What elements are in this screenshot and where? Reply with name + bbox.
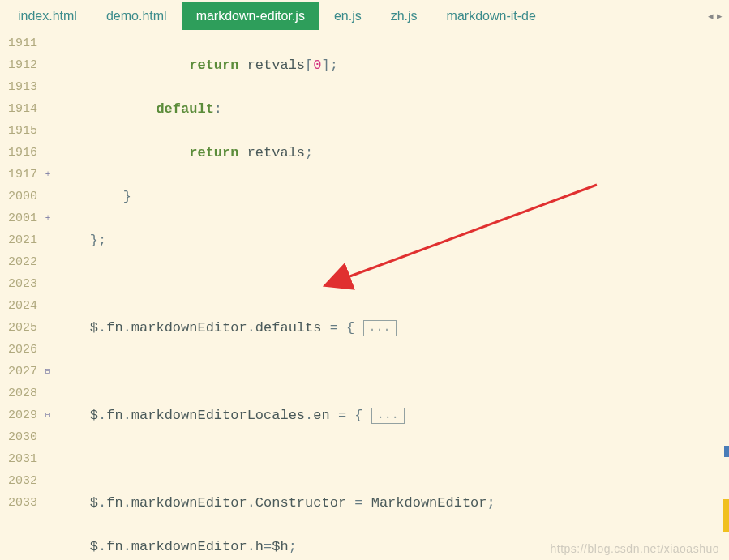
tab-demo-html[interactable]: demo.html: [92, 2, 182, 30]
code-line: default:: [57, 98, 729, 120]
line-number: 1914: [0, 98, 37, 120]
fold-marker[interactable]: [42, 470, 54, 492]
tab-en-js[interactable]: en.js: [319, 2, 376, 30]
fold-marker[interactable]: [42, 273, 54, 295]
fold-column: + + ⊟ ⊟: [42, 32, 54, 560]
fold-marker[interactable]: +: [42, 207, 54, 229]
fold-marker[interactable]: [42, 76, 54, 98]
code-line: };: [57, 229, 729, 251]
tab-markdown-it-de[interactable]: markdown-it-de: [432, 2, 551, 30]
scrollbar-marker: [724, 446, 729, 457]
fold-marker[interactable]: +: [42, 164, 54, 186]
fold-marker[interactable]: [42, 317, 54, 339]
line-number: 2033: [0, 492, 37, 514]
tab-zh-js[interactable]: zh.js: [376, 2, 432, 30]
line-number: 1912: [0, 54, 37, 76]
fold-ellipsis[interactable]: ...: [363, 320, 397, 336]
fold-marker[interactable]: [42, 492, 54, 514]
fold-marker[interactable]: [42, 339, 54, 361]
code-line: $.fn.markdownEditor.defaults = { ...: [57, 317, 729, 339]
fold-marker[interactable]: [42, 448, 54, 470]
code-line: $.fn.markdownEditor.Constructor = Markdo…: [57, 492, 729, 514]
code-content[interactable]: return retvals[0]; default: return retva…: [54, 32, 729, 560]
fold-marker[interactable]: [42, 32, 54, 54]
line-number: 2026: [0, 339, 37, 361]
fold-marker[interactable]: [42, 426, 54, 448]
code-line: [57, 273, 729, 295]
code-line: return retvals[0];: [57, 54, 729, 76]
line-number: 2030: [0, 426, 37, 448]
code-line: }: [57, 186, 729, 207]
code-line: $.fn.markdownEditorLocales.en = { ...: [57, 404, 729, 426]
tab-index-html[interactable]: index.html: [3, 2, 92, 30]
line-number: 1911: [0, 32, 37, 54]
code-line: [57, 448, 729, 470]
line-number: 1915: [0, 120, 37, 142]
fold-marker[interactable]: ⊟: [42, 404, 54, 426]
fold-marker[interactable]: [42, 186, 54, 207]
fold-ellipsis[interactable]: ...: [371, 408, 405, 424]
fold-marker[interactable]: [42, 251, 54, 273]
line-number: 1913: [0, 76, 37, 98]
line-number: 2023: [0, 273, 37, 295]
tab-bar: index.html demo.html markdown-editor.js …: [0, 0, 729, 32]
code-line: return retvals;: [57, 142, 729, 164]
line-number-gutter: 1911 1912 1913 1914 1915 1916 1917 2000 …: [0, 32, 42, 560]
code-line: $.fn.markdownEditor.h=$h;: [57, 536, 729, 558]
fold-marker[interactable]: [42, 295, 54, 317]
fold-marker[interactable]: [42, 54, 54, 76]
line-number: 1916: [0, 142, 37, 164]
line-number: 1917: [0, 164, 37, 186]
line-number: 2001: [0, 207, 37, 229]
line-number: 2024: [0, 295, 37, 317]
editor-area[interactable]: 1911 1912 1913 1914 1915 1916 1917 2000 …: [0, 32, 729, 560]
code-line: [57, 361, 729, 383]
line-number: 2021: [0, 229, 37, 251]
fold-marker[interactable]: [42, 383, 54, 404]
fold-marker[interactable]: [42, 120, 54, 142]
fold-marker[interactable]: [42, 229, 54, 251]
scrollbar-change-marker: [723, 499, 729, 532]
tab-scroll-arrows[interactable]: ◂ ▸: [705, 10, 726, 22]
line-number: 2025: [0, 317, 37, 339]
line-number: 2028: [0, 383, 37, 404]
line-number: 2000: [0, 186, 37, 207]
line-number: 2022: [0, 251, 37, 273]
line-number: 2032: [0, 470, 37, 492]
line-number: 2029: [0, 404, 37, 426]
tab-markdown-editor-js[interactable]: markdown-editor.js: [182, 2, 319, 30]
fold-marker[interactable]: ⊟: [42, 361, 54, 383]
fold-marker[interactable]: [42, 142, 54, 164]
line-number: 2031: [0, 448, 37, 470]
fold-marker[interactable]: [42, 98, 54, 120]
line-number: 2027: [0, 361, 37, 383]
